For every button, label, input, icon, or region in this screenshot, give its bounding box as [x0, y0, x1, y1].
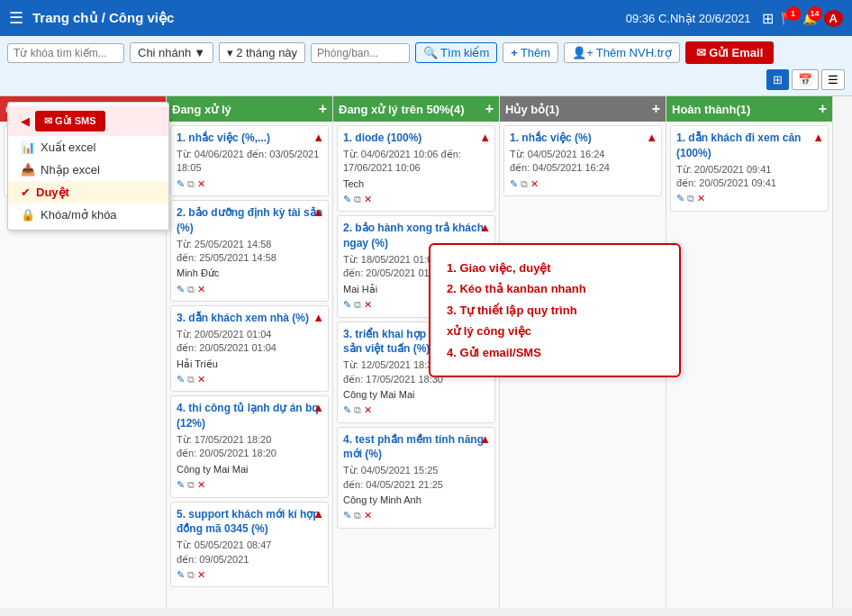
email-label: Gửi Email: [709, 46, 763, 59]
edit-icon[interactable]: ✎: [343, 193, 351, 206]
task-date-to: đến: 04/05/2021 21:25: [343, 478, 489, 492]
user-avatar-icon[interactable]: A: [824, 10, 843, 27]
time-button[interactable]: ▾ 2 tháng này: [219, 42, 305, 63]
header: ☰ Trang chủ / Công việc 09:36 C.Nhật 20/…: [0, 0, 852, 36]
header-left: ☰ Trang chủ / Công việc: [9, 8, 174, 28]
col-done-header: Hoàn thành(1) +: [666, 96, 832, 122]
col-cancel-add[interactable]: +: [652, 101, 660, 117]
edit-icon[interactable]: ✎: [177, 373, 185, 386]
copy-icon[interactable]: ⧉: [187, 478, 195, 492]
add-button[interactable]: + Thêm: [503, 42, 558, 63]
email-icon: ✉: [696, 46, 706, 59]
grid-view-button[interactable]: ⊞: [766, 69, 789, 90]
branch-button[interactable]: Chi nhánh ▼: [130, 42, 213, 63]
task-arrow-icon[interactable]: ▲: [646, 130, 657, 146]
task-date-from: Từ: 25/05/2021 14:58: [177, 238, 322, 251]
time-label: ▾: [227, 46, 233, 59]
list-view-button[interactable]: ☰: [821, 69, 845, 90]
delete-icon[interactable]: ✕: [197, 283, 205, 296]
col-processing-add[interactable]: +: [319, 101, 327, 117]
chevron-down-icon: ▼: [194, 46, 205, 59]
col-processing-body: ▲ 1. nhắc việc (%,...) Từ: 04/06/2021 đế…: [167, 122, 332, 608]
copy-icon[interactable]: ⧉: [354, 298, 361, 312]
sms-button[interactable]: ◀ ✉ Gửi SMS: [8, 106, 168, 136]
delete-icon[interactable]: ✕: [197, 478, 205, 492]
edit-icon[interactable]: ✎: [177, 568, 185, 582]
edit-icon[interactable]: ✎: [177, 177, 185, 191]
task-title: 3. dẫn khách xem nhà (%): [177, 311, 322, 326]
edit-icon[interactable]: ✎: [676, 192, 684, 205]
task-arrow-icon[interactable]: ▲: [313, 400, 324, 416]
copy-icon[interactable]: ⧉: [354, 193, 361, 206]
task-date-from: Từ: 20/05/2021 09:41: [676, 163, 822, 177]
lock-icon: 🔒: [21, 208, 35, 222]
task-date-from: Từ: 04/05/2021 16:24: [510, 148, 656, 161]
dropdown-menu: ◀ ✉ Gửi SMS 📊 Xuất excel 📥 Nhập excel ✔ …: [7, 102, 169, 231]
copy-icon[interactable]: ⧉: [354, 509, 361, 522]
calendar-view-button[interactable]: 📅: [792, 69, 819, 90]
task-arrow-icon[interactable]: ▲: [313, 130, 324, 146]
grid-icon[interactable]: ⊞: [762, 10, 774, 27]
task-icons: ✎ ⧉ ✕: [343, 509, 489, 522]
task-arrow-icon[interactable]: ▲: [313, 204, 324, 221]
task-arrow-icon[interactable]: ▲: [812, 130, 824, 146]
search-button[interactable]: 🔍 Tìm kiếm: [415, 42, 497, 63]
col-done-add[interactable]: +: [819, 101, 827, 117]
delete-icon[interactable]: ✕: [364, 403, 372, 417]
edit-icon[interactable]: ✎: [343, 509, 351, 522]
copy-icon[interactable]: ⧉: [687, 192, 694, 205]
copy-icon[interactable]: ⧉: [354, 403, 361, 417]
plus-icon: +: [511, 46, 518, 59]
menu-icon[interactable]: ☰: [9, 8, 23, 28]
task-arrow-icon[interactable]: ▲: [479, 130, 491, 146]
lock-item[interactable]: 🔒 Khóa/mở khóa: [8, 204, 168, 226]
col-above50-add[interactable]: +: [485, 101, 494, 117]
delete-icon[interactable]: ✕: [364, 193, 372, 206]
task-card: ▲ 4. thi công tủ lạnh dự án bq (12%) Từ:…: [170, 395, 329, 497]
edit-icon[interactable]: ✎: [343, 298, 351, 312]
delete-icon[interactable]: ✕: [197, 373, 205, 386]
export-icon: 📊: [21, 140, 35, 154]
edit-icon[interactable]: ✎: [177, 478, 185, 492]
copy-icon[interactable]: ⧉: [187, 568, 195, 582]
view-buttons: ⊞ 📅 ☰: [766, 69, 845, 90]
task-arrow-icon[interactable]: ▲: [313, 310, 324, 326]
copy-icon[interactable]: ⧉: [187, 373, 195, 386]
task-person: Công ty Mai Mai: [177, 463, 322, 476]
task-person: Hải Triều: [177, 358, 322, 371]
bell-icon[interactable]: 🔔 14: [802, 12, 817, 25]
sms-arrow-icon: ◀: [21, 114, 30, 128]
task-arrow-icon[interactable]: ▲: [479, 431, 491, 448]
room-input[interactable]: [311, 43, 410, 63]
approve-item[interactable]: ✔ Duyệt: [8, 181, 168, 204]
delete-icon[interactable]: ✕: [530, 177, 539, 191]
delete-icon[interactable]: ✕: [197, 177, 205, 191]
task-title: 1. nhắc việc (%,...): [177, 131, 322, 146]
col-done-title: Hoàn thành(1): [672, 103, 819, 116]
send-sms-button[interactable]: ✉ Gửi SMS: [35, 111, 105, 131]
edit-icon[interactable]: ✎: [177, 283, 185, 296]
task-arrow-icon[interactable]: ▲: [479, 220, 491, 236]
add-nvh-button[interactable]: 👤+ Thêm NVH.trợ: [564, 42, 679, 63]
copy-icon[interactable]: ⧉: [187, 177, 195, 191]
task-icons: ✎ ⧉ ✕: [177, 283, 322, 296]
toolbar: Chi nhánh ▼ ▾ 2 tháng này 🔍 Tìm kiếm + T…: [0, 36, 852, 96]
col-processing-header: Đang xử lý +: [167, 96, 332, 122]
copy-icon[interactable]: ⧉: [521, 177, 528, 191]
search-input[interactable]: [7, 43, 124, 63]
import-excel-item[interactable]: 📥 Nhập excel: [8, 159, 168, 181]
task-arrow-icon[interactable]: ▲: [313, 506, 324, 522]
copy-icon[interactable]: ⧉: [187, 283, 195, 296]
delete-icon[interactable]: ✕: [197, 568, 205, 582]
popup-line-4: xử lý công việc: [447, 321, 663, 341]
send-email-button[interactable]: ✉ Gửi Email: [685, 41, 775, 64]
delete-icon[interactable]: ✕: [364, 298, 372, 312]
export-excel-item[interactable]: 📊 Xuất excel: [8, 136, 168, 159]
delete-icon[interactable]: ✕: [364, 509, 372, 522]
delete-icon[interactable]: ✕: [697, 192, 705, 205]
flag-icon[interactable]: 🚩 1: [781, 12, 795, 25]
task-person: Minh Đức: [177, 267, 322, 280]
edit-icon[interactable]: ✎: [510, 177, 518, 191]
task-date-to: đến: 04/05/2021 16:24: [510, 161, 656, 175]
edit-icon[interactable]: ✎: [343, 403, 351, 417]
